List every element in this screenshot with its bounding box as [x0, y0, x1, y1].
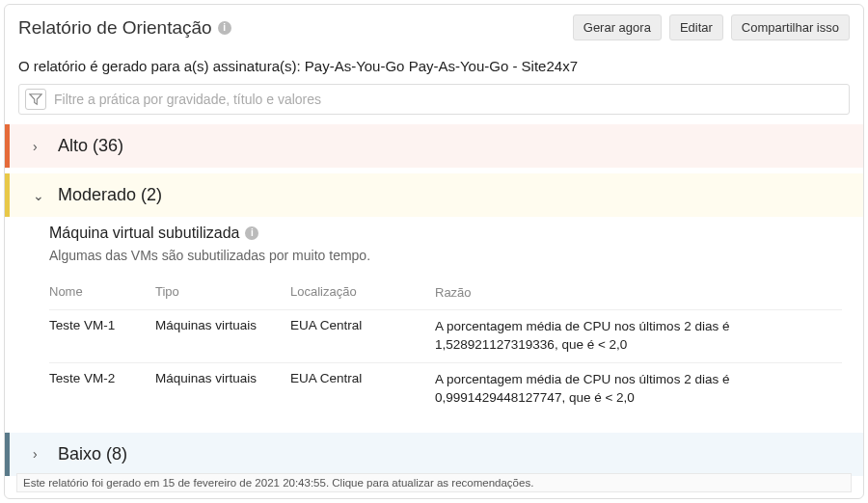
filter-bar	[18, 84, 850, 115]
info-icon[interactable]: i	[245, 226, 258, 240]
cell-location: EUA Central	[290, 318, 435, 355]
col-header-type: Tipo	[155, 284, 290, 302]
table-row[interactable]: Teste VM-2 Máquinas virtuais EUA Central…	[49, 362, 842, 415]
table-row[interactable]: Teste VM-1 Máquinas virtuais EUA Central…	[49, 309, 842, 362]
report-container: Relatório de Orientação i Gerar agora Ed…	[4, 4, 864, 499]
filter-input[interactable]	[54, 92, 843, 107]
header-actions: Gerar agora Editar Compartilhar isso	[573, 14, 850, 40]
title-row: Relatório de Orientação i	[18, 17, 231, 39]
generate-now-button[interactable]: Gerar agora	[573, 14, 662, 40]
cell-reason: A porcentagem média de CPU nos últimos 2…	[435, 318, 842, 355]
filter-icon[interactable]	[25, 89, 46, 110]
severity-label-baixo: Baixo (8)	[58, 444, 127, 464]
severity-row-alto[interactable]: › Alto (36)	[5, 124, 863, 168]
col-header-reason: Razão	[435, 284, 842, 302]
edit-button[interactable]: Editar	[669, 14, 723, 40]
severity-label-moderado: Moderado (2)	[58, 185, 162, 205]
practice-description: Algumas das VMs são subutilizadas por mu…	[49, 248, 850, 263]
severity-label-alto: Alto (36)	[58, 136, 123, 156]
severity-row-baixo[interactable]: › Baixo (8)	[5, 433, 863, 476]
page-title: Relatório de Orientação	[18, 17, 212, 39]
info-icon[interactable]: i	[218, 21, 231, 35]
cell-type: Máquinas virtuais	[155, 371, 290, 408]
table-header-row: Nome Tipo Localização Razão	[49, 277, 842, 309]
practice-title: Máquina virtual subutilizada	[49, 225, 239, 242]
footer-note[interactable]: Este relatório foi gerado em 15 de fever…	[16, 473, 852, 492]
severity-row-moderado[interactable]: ⌄ Moderado (2)	[5, 173, 863, 217]
practice-block: Máquina virtual subutilizada i Algumas d…	[5, 217, 863, 427]
chevron-right-icon: ›	[33, 139, 44, 154]
header-bar: Relatório de Orientação i Gerar agora Ed…	[5, 5, 863, 48]
cell-reason: A porcentagem média de CPU nos últimos 2…	[435, 371, 842, 408]
cell-name: Teste VM-2	[49, 371, 155, 408]
cell-location: EUA Central	[290, 371, 435, 408]
share-button[interactable]: Compartilhar isso	[731, 14, 850, 40]
practice-title-row: Máquina virtual subutilizada i	[49, 225, 850, 242]
col-header-location: Localização	[290, 284, 435, 302]
chevron-right-icon: ›	[33, 446, 44, 462]
col-header-name: Nome	[49, 284, 155, 302]
cell-name: Teste VM-1	[49, 318, 155, 355]
subscription-text: O relatório é gerado para a(s) assinatur…	[5, 48, 863, 84]
cell-type: Máquinas virtuais	[155, 318, 290, 355]
chevron-down-icon: ⌄	[33, 188, 44, 203]
vm-table: Nome Tipo Localização Razão Teste VM-1 M…	[49, 277, 842, 415]
